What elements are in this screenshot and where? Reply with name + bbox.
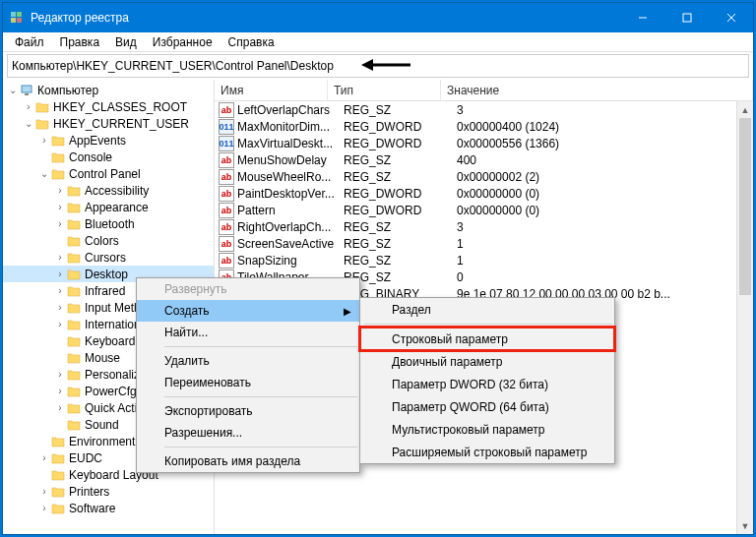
folder-icon [66, 234, 82, 248]
folder-icon [66, 401, 82, 415]
tree-item[interactable]: ›Bluetooth [3, 215, 214, 232]
app-icon [9, 10, 25, 26]
value-row[interactable]: abRightOverlapCh...REG_SZ3 [215, 218, 753, 235]
chevron-icon[interactable]: › [54, 185, 66, 196]
tree-item[interactable]: ⌄Control Panel [3, 165, 214, 182]
chevron-icon[interactable]: › [54, 302, 66, 313]
tree-root[interactable]: ⌄Компьютер [3, 82, 214, 98]
new-binary-value[interactable]: Двоичный параметр [360, 350, 614, 373]
scroll-down-icon[interactable]: ▼ [737, 517, 753, 534]
chevron-icon[interactable]: › [54, 252, 66, 263]
chevron-icon[interactable]: › [54, 402, 66, 413]
value-row[interactable]: abSnapSizingREG_SZ1 [215, 252, 753, 268]
ctx-delete[interactable]: Удалить [137, 350, 359, 372]
new-expandstring-value[interactable]: Расширяемый строковый параметр [360, 441, 614, 463]
folder-icon [50, 150, 66, 164]
menu-file[interactable]: Файл [7, 33, 52, 51]
tree-item[interactable]: ›Printers [3, 483, 214, 500]
scrollbar[interactable]: ▲ ▼ [736, 101, 753, 534]
value-row[interactable]: abPatternREG_DWORD0x00000000 (0) [215, 202, 753, 218]
tree-item[interactable]: ›Appearance [3, 199, 214, 215]
new-qword-value[interactable]: Параметр QWORD (64 бита) [360, 395, 614, 418]
minimize-button[interactable] [620, 3, 664, 32]
chevron-icon[interactable]: › [54, 386, 66, 396]
value-row[interactable]: abScreenSaveActiveREG_SZ1 [215, 235, 753, 252]
chevron-icon[interactable]: › [38, 503, 50, 513]
chevron-icon[interactable]: › [23, 101, 34, 112]
submenu-arrow-icon: ▶ [344, 306, 351, 317]
col-data[interactable]: Значение [441, 80, 753, 100]
chevron-icon[interactable]: › [54, 218, 66, 229]
value-name: MaxVirtualDeskt... [237, 137, 344, 150]
address-bar[interactable]: Компьютер\HKEY_CURRENT_USER\Control Pane… [7, 54, 749, 78]
chevron-icon[interactable]: › [54, 202, 66, 212]
value-type: REG_DWORD [344, 204, 457, 217]
scroll-up-icon[interactable]: ▲ [737, 101, 753, 118]
value-name: SnapSizing [237, 254, 344, 268]
value-row[interactable]: abLeftOverlapCharsREG_SZ3 [215, 101, 753, 118]
value-data: 0x00000000 (0) [457, 204, 753, 217]
new-multistring-value[interactable]: Мультистроковый параметр [360, 418, 614, 441]
folder-icon [66, 318, 82, 331]
scroll-thumb[interactable] [739, 118, 751, 295]
new-dword-value[interactable]: Параметр DWORD (32 бита) [360, 373, 614, 395]
tree-label: EUDC [69, 451, 102, 465]
value-row[interactable]: abMenuShowDelayREG_SZ400 [215, 151, 753, 168]
value-type-icon: ab [219, 169, 234, 185]
ctx-new[interactable]: Создать▶ [137, 300, 359, 322]
folder-icon [66, 368, 82, 382]
menu-favorites[interactable]: Избранное [145, 33, 220, 51]
column-headers: Имя Тип Значение [215, 80, 753, 101]
chevron-icon[interactable]: › [54, 319, 66, 329]
folder-icon [50, 134, 66, 148]
tree-item[interactable]: ›Software [3, 500, 214, 516]
ctx-rename[interactable]: Переименовать [137, 372, 359, 393]
svg-rect-10 [22, 86, 32, 92]
chevron-icon[interactable]: › [38, 486, 50, 497]
new-key[interactable]: Раздел [360, 298, 614, 321]
tree-item[interactable]: ›AppEvents [3, 132, 214, 149]
chevron-icon[interactable]: › [54, 369, 66, 380]
separator [164, 346, 357, 347]
ctx-expand[interactable]: Развернуть [137, 278, 359, 300]
value-type: REG_SZ [344, 254, 457, 268]
maximize-button[interactable] [664, 3, 709, 32]
ctx-copy-key-name[interactable]: Копировать имя раздела [137, 450, 359, 472]
folder-icon [50, 468, 66, 482]
tree-label: Desktop [85, 268, 128, 281]
ctx-new-label: Создать [164, 304, 210, 318]
col-type[interactable]: Тип [328, 80, 441, 100]
value-row[interactable]: abPaintDesktopVer...REG_DWORD0x00000000 … [215, 185, 753, 202]
tree-item[interactable]: ›Cursors [3, 249, 214, 266]
folder-icon [50, 435, 66, 448]
chevron-icon[interactable]: › [38, 135, 50, 146]
menu-edit[interactable]: Правка [52, 33, 108, 51]
tree-label: Accessibility [85, 184, 149, 198]
chevron-icon[interactable]: › [54, 268, 66, 279]
value-row[interactable]: 011MaxMonitorDim...REG_DWORD0x00000400 (… [215, 118, 753, 135]
folder-icon [34, 117, 50, 131]
menu-view[interactable]: Вид [107, 33, 145, 51]
chevron-icon[interactable]: ⌄ [23, 118, 34, 129]
col-name[interactable]: Имя [215, 80, 328, 100]
ctx-export[interactable]: Экспортировать [137, 400, 359, 422]
ctx-permissions[interactable]: Разрешения... [137, 422, 359, 444]
tree-item[interactable]: ⌄HKEY_CURRENT_USER [3, 115, 214, 132]
chevron-icon[interactable]: ⌄ [38, 168, 50, 179]
tree-item[interactable]: ›HKEY_CLASSES_ROOT [3, 98, 214, 115]
context-submenu-new: Раздел Строковый параметр Двоичный парам… [359, 297, 615, 464]
chevron-icon[interactable]: › [54, 285, 66, 296]
folder-icon [34, 100, 50, 114]
tree-item[interactable]: Colors [3, 232, 214, 249]
chevron-icon[interactable]: › [38, 452, 50, 463]
value-name: ScreenSaveActive [237, 237, 344, 251]
value-row[interactable]: 011MaxVirtualDeskt...REG_DWORD0x00000556… [215, 135, 753, 151]
menu-help[interactable]: Справка [220, 33, 283, 51]
value-row[interactable]: abMouseWheelRo...REG_SZ0x00000002 (2) [215, 168, 753, 185]
close-button[interactable] [709, 3, 753, 32]
new-string-value[interactable]: Строковый параметр [360, 328, 614, 350]
svg-rect-3 [17, 18, 22, 23]
ctx-find[interactable]: Найти... [137, 322, 359, 343]
tree-item[interactable]: ›Accessibility [3, 182, 214, 199]
tree-item[interactable]: Console [3, 149, 214, 165]
